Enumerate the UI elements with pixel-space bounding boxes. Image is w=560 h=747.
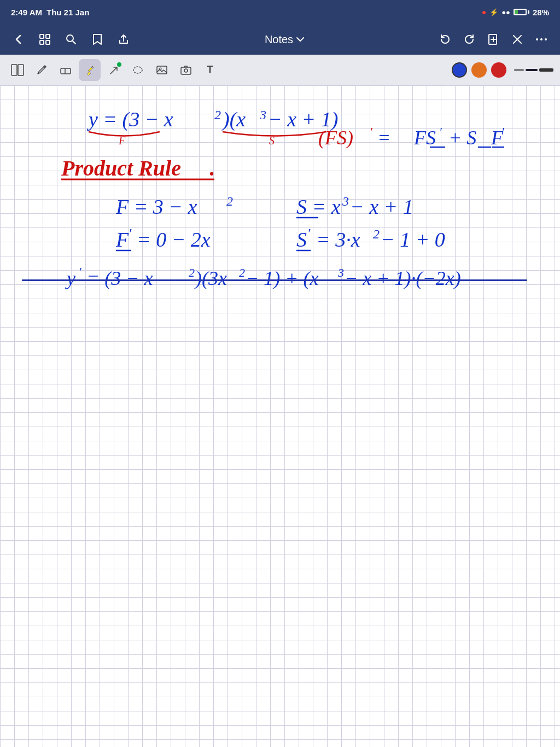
date: Thu 21 Jan bbox=[46, 8, 89, 17]
svg-rect-0 bbox=[40, 34, 44, 38]
canvas-area[interactable]: y = (3 − x 2 )(x 3 − x + 1) F S (FS) ′ =… bbox=[0, 85, 560, 747]
svg-text:− x + 1)·(−2x): − x + 1)·(−2x) bbox=[345, 267, 461, 289]
lasso-tool[interactable] bbox=[127, 59, 149, 81]
svg-text:S: S bbox=[296, 228, 307, 251]
svg-point-17 bbox=[184, 69, 188, 72]
undo-button[interactable] bbox=[435, 30, 455, 49]
svg-rect-9 bbox=[11, 65, 17, 75]
svg-text:′: ′ bbox=[501, 125, 505, 138]
bluetooth-icon: ⚡ bbox=[489, 8, 498, 16]
svg-rect-2 bbox=[40, 40, 44, 44]
color-orange[interactable] bbox=[471, 62, 487, 78]
math-content: y = (3 − x 2 )(x 3 − x + 1) F S (FS) ′ =… bbox=[22, 96, 538, 350]
battery-icon bbox=[514, 9, 529, 15]
svg-text:′: ′ bbox=[439, 125, 442, 138]
svg-text:FS: FS bbox=[413, 127, 436, 149]
pages-tool[interactable] bbox=[7, 59, 28, 81]
svg-text:3: 3 bbox=[337, 266, 344, 279]
svg-text:= (3 − x: = (3 − x bbox=[86, 267, 153, 289]
search-button[interactable] bbox=[61, 30, 81, 49]
bookmark-button[interactable] bbox=[88, 30, 107, 49]
redo-button[interactable] bbox=[459, 30, 479, 49]
grid-button[interactable] bbox=[35, 30, 55, 49]
back-button[interactable] bbox=[9, 30, 28, 49]
image-tool[interactable] bbox=[151, 59, 173, 81]
svg-rect-3 bbox=[46, 40, 50, 44]
svg-point-8 bbox=[545, 38, 547, 40]
status-right: ● ⚡ ●● 28% bbox=[482, 8, 549, 17]
toolbar: T bbox=[0, 55, 560, 85]
svg-text:2: 2 bbox=[226, 194, 233, 208]
svg-text:− 1) + (x: − 1) + (x bbox=[246, 267, 319, 289]
color-red[interactable] bbox=[491, 62, 506, 78]
color-blue[interactable] bbox=[452, 62, 467, 78]
svg-text:=: = bbox=[377, 127, 390, 149]
pen-size-thin[interactable] bbox=[514, 69, 524, 71]
svg-text:− x + 1: − x + 1 bbox=[350, 195, 413, 218]
status-left: 2:49 AM Thu 21 Jan bbox=[11, 8, 89, 17]
wifi-icon: ●● bbox=[501, 8, 510, 16]
svg-text:)(3x: )(3x bbox=[194, 267, 227, 289]
share-button[interactable] bbox=[114, 30, 133, 49]
svg-point-6 bbox=[536, 38, 538, 40]
close-button[interactable] bbox=[508, 30, 527, 49]
svg-text:Product Rule: Product Rule bbox=[61, 156, 181, 180]
svg-point-7 bbox=[540, 38, 542, 40]
svg-text:(FS): (FS) bbox=[318, 127, 353, 149]
svg-rect-16 bbox=[181, 67, 191, 74]
svg-text:′: ′ bbox=[129, 226, 132, 240]
eraser-tool[interactable] bbox=[55, 59, 77, 81]
pen-size-container bbox=[514, 68, 553, 72]
svg-text:′: ′ bbox=[370, 125, 373, 138]
svg-text:y = (3 − x: y = (3 − x bbox=[86, 108, 173, 131]
svg-text:y: y bbox=[65, 267, 75, 289]
svg-text:′: ′ bbox=[307, 226, 311, 240]
svg-point-4 bbox=[67, 35, 73, 42]
svg-rect-11 bbox=[61, 68, 71, 74]
svg-text:− 1 + 0: − 1 + 0 bbox=[381, 228, 445, 251]
svg-text:F: F bbox=[115, 228, 129, 251]
svg-point-13 bbox=[133, 67, 142, 73]
section-divider bbox=[22, 279, 527, 281]
pen-tool[interactable] bbox=[31, 59, 52, 81]
more-button[interactable] bbox=[532, 30, 551, 49]
svg-text:2: 2 bbox=[214, 108, 221, 122]
svg-text:.: . bbox=[209, 156, 214, 180]
svg-text:)(x: )(x bbox=[221, 108, 246, 131]
svg-rect-14 bbox=[157, 66, 167, 74]
camera-tool[interactable] bbox=[175, 59, 197, 81]
status-bar: 2:49 AM Thu 21 Jan ● ⚡ ●● 28% bbox=[0, 0, 560, 24]
svg-text:2: 2 bbox=[189, 266, 195, 279]
nav-right bbox=[435, 30, 551, 49]
svg-rect-10 bbox=[18, 65, 24, 75]
svg-text:= 3·x: = 3·x bbox=[316, 228, 360, 251]
svg-text:S: S bbox=[269, 135, 275, 147]
svg-text:2: 2 bbox=[373, 227, 380, 241]
pen-size-medium[interactable] bbox=[526, 69, 538, 71]
svg-text:′: ′ bbox=[79, 265, 82, 278]
svg-text:3: 3 bbox=[259, 108, 266, 122]
time: 2:49 AM bbox=[11, 8, 42, 17]
svg-text:F = 3 − x: F = 3 − x bbox=[115, 195, 197, 218]
highlighter-tool[interactable] bbox=[79, 59, 101, 81]
svg-text:2: 2 bbox=[239, 266, 245, 279]
svg-rect-1 bbox=[46, 34, 50, 38]
bluetooth-stylus-tool[interactable] bbox=[103, 59, 125, 81]
record-icon: ● bbox=[482, 8, 486, 16]
svg-text:F: F bbox=[118, 135, 126, 147]
svg-text:S = x: S = x bbox=[296, 195, 341, 218]
nav-bar: Notes bbox=[0, 24, 560, 55]
text-tool[interactable]: T bbox=[199, 59, 221, 81]
svg-text:= 0 − 2x: = 0 − 2x bbox=[137, 228, 211, 251]
new-page-button[interactable] bbox=[483, 30, 503, 49]
svg-text:+ S: + S bbox=[448, 127, 476, 149]
svg-text:3: 3 bbox=[342, 194, 349, 208]
pen-size-thick[interactable] bbox=[539, 68, 553, 72]
nav-title: Notes bbox=[140, 33, 429, 46]
battery-percent: 28% bbox=[533, 8, 549, 17]
math-svg: y = (3 − x 2 )(x 3 − x + 1) F S (FS) ′ =… bbox=[22, 96, 538, 348]
